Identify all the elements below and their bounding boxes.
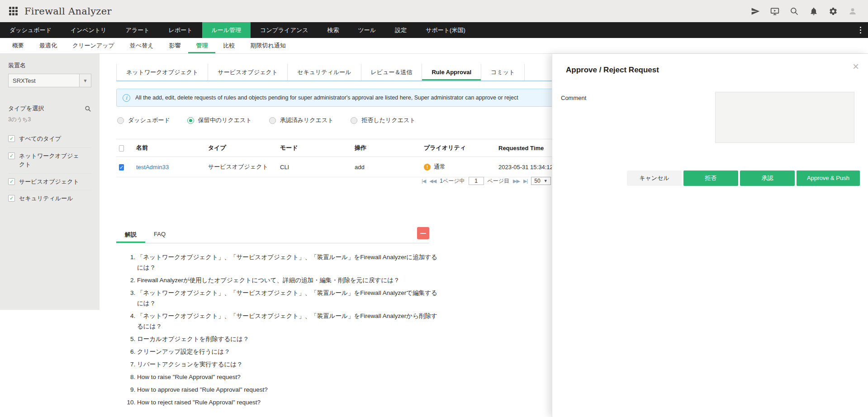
close-icon[interactable]: ×	[853, 61, 859, 72]
object-tabs: ネットワークオブジェクト サービスオブジェクト セキュリティルール レビュー＆送…	[116, 64, 614, 81]
comment-label: Comment	[561, 95, 586, 101]
radio-pending-requests[interactable]: 保留中のリクエスト	[187, 116, 252, 124]
chevron-down-icon: ▼	[544, 179, 548, 183]
subnav-item-impact[interactable]: 影響	[161, 38, 188, 53]
help-question[interactable]: 「ネットワークオブジェクト」、「サービスオブジェクト」、「装置ルール」をFire…	[137, 288, 437, 308]
nav-item-settings[interactable]: 設定	[385, 22, 416, 38]
approve-reject-panel: Approve / Reject Request × Comment キャンセル…	[552, 54, 868, 417]
prev-page-button[interactable]: ◀◀	[429, 178, 436, 184]
nav-item-rule-management[interactable]: ルール管理	[202, 22, 251, 38]
app-title: Firewall Analyzer	[24, 6, 112, 17]
page-size-select[interactable]: 50 ▼	[531, 177, 550, 185]
gear-icon[interactable]	[829, 7, 838, 16]
chevron-down-icon: ▼	[79, 74, 91, 87]
tab-review-submit[interactable]: レビュー＆送信	[361, 64, 422, 81]
radio-icon[interactable]	[117, 117, 124, 124]
priority-badge: ! 通常	[424, 163, 446, 171]
type-item-network-objects[interactable]: ✓ ネットワークオブジェクト	[8, 147, 91, 173]
device-select[interactable]: SRXTest ▼	[8, 74, 91, 87]
approve-button[interactable]: 承認	[740, 171, 795, 186]
checkbox-checked-icon[interactable]: ✓	[8, 135, 15, 142]
help-question[interactable]: 「ネットワークオブジェクト」、「サービスオブジェクト」、「装置ルール」をFire…	[137, 252, 437, 273]
nav-item-tools[interactable]: ツール	[349, 22, 386, 38]
row-checkbox-checked[interactable]: ✓	[119, 164, 124, 171]
help-tab-faq[interactable]: FAQ	[145, 227, 174, 243]
help-tab-explanation[interactable]: 解説	[116, 227, 145, 243]
type-search-icon[interactable]	[85, 105, 91, 112]
comment-textarea[interactable]	[715, 92, 854, 143]
help-question[interactable]: ローカルオブジェクトを削除するには？	[137, 334, 437, 344]
help-tabs: 解説 FAQ	[116, 227, 429, 243]
radio-icon[interactable]	[351, 117, 357, 124]
warning-icon: !	[424, 164, 431, 171]
reject-button[interactable]: 拒否	[683, 171, 738, 186]
pagination: |◀ ◀◀ 1ページ中 ページ目 ▶▶ ▶| 50 ▼	[422, 177, 551, 185]
checkbox-checked-icon[interactable]: ✓	[8, 178, 15, 185]
nav-item-alerts[interactable]: アラート	[116, 22, 159, 38]
last-page-button[interactable]: ▶|	[523, 178, 527, 184]
kebab-menu-icon[interactable]	[853, 22, 868, 38]
select-all-checkbox[interactable]: ✓	[119, 145, 124, 152]
radio-approved-requests[interactable]: 承認済みリクエスト	[269, 116, 334, 124]
collapse-help-button[interactable]	[417, 227, 429, 239]
help-question[interactable]: How to raise "Rule Approval" request?	[137, 372, 437, 382]
search-icon[interactable]	[790, 7, 799, 16]
sidebar: 装置名 SRXTest ▼ タイプを選択 3のうち3 ✓ すべてのタイプ ✓ ネ…	[0, 54, 100, 310]
help-question[interactable]: How to reject raised "Rule Approval" req…	[137, 397, 437, 408]
nav-item-support[interactable]: サポート(米国)	[416, 22, 475, 38]
bell-icon[interactable]	[809, 7, 818, 16]
help-question[interactable]: 「ネットワークオブジェクト」、「サービスオブジェクト」、「装置ルール」をFire…	[137, 311, 437, 332]
type-item-security-rules[interactable]: ✓ セキュリティルール	[8, 190, 91, 207]
subnav-item-cleanup[interactable]: クリーンアップ	[65, 38, 122, 53]
row-type: サービスオブジェクト	[205, 157, 277, 177]
radio-icon[interactable]	[269, 117, 276, 124]
subnav-item-overview[interactable]: 概要	[5, 38, 32, 53]
cancel-button[interactable]: キャンセル	[627, 171, 682, 186]
help-question[interactable]: How to approve raised "Rule Approval" re…	[137, 384, 437, 395]
approve-and-push-button[interactable]: Approve & Push	[797, 171, 860, 186]
help-question[interactable]: Firewall Analyzerが使用したオブジェクトについて、詳細の追加・編…	[137, 275, 437, 285]
user-icon[interactable]	[848, 7, 857, 16]
tab-service-objects[interactable]: サービスオブジェクト	[208, 64, 288, 81]
row-operation: add	[352, 157, 421, 177]
col-operation: 操作	[352, 139, 421, 157]
nav-item-search[interactable]: 検索	[318, 22, 349, 38]
subnav-item-optimization[interactable]: 最適化	[32, 38, 65, 53]
radio-selected-icon[interactable]	[187, 117, 194, 124]
help-question[interactable]: クリーンアップ設定を行うには？	[137, 346, 437, 357]
info-icon: i	[123, 94, 130, 102]
col-mode: モード	[277, 139, 352, 157]
page-number-input[interactable]	[469, 177, 484, 185]
radio-rejected-requests[interactable]: 拒否したリクエスト	[351, 116, 415, 124]
request-name-link[interactable]: testAdmin33	[136, 164, 169, 171]
screen-demo-icon[interactable]	[770, 7, 779, 16]
subnav-item-admin[interactable]: 管理	[188, 38, 215, 53]
nav-item-inventory[interactable]: インベントリ	[61, 22, 116, 38]
main-nav: ダッシュボード インベントリ アラート レポート ルール管理 コンプライアンス …	[0, 22, 868, 38]
apps-grid-icon[interactable]	[9, 7, 18, 15]
help-question[interactable]: リバートアクションを実行するには？	[137, 359, 437, 370]
col-name: 名前	[133, 139, 205, 157]
type-item-service-objects[interactable]: ✓ サービスオブジェクト	[8, 173, 91, 190]
subnav-item-expiry-notice[interactable]: 期限切れ通知	[242, 38, 293, 53]
tab-rule-approval[interactable]: Rule Approval	[422, 64, 481, 81]
panel-title: Approve / Reject Request	[566, 66, 659, 75]
subnav-item-compare[interactable]: 比較	[215, 38, 242, 53]
subnav-item-reorder[interactable]: 並べ替え	[122, 38, 161, 53]
nav-item-reports[interactable]: レポート	[159, 22, 202, 38]
checkbox-checked-icon[interactable]: ✓	[8, 152, 15, 159]
first-page-button[interactable]: |◀	[422, 178, 426, 184]
tab-security-rules[interactable]: セキュリティルール	[288, 64, 361, 81]
tab-commit[interactable]: コミット	[481, 64, 525, 81]
type-item-all[interactable]: ✓ すべてのタイプ	[8, 131, 91, 147]
nav-item-dashboard[interactable]: ダッシュボード	[0, 22, 61, 38]
tab-network-objects[interactable]: ネットワークオブジェクト	[116, 64, 208, 81]
send-icon[interactable]	[751, 7, 760, 16]
radio-dashboard[interactable]: ダッシュボード	[117, 116, 170, 124]
help-question-list: 「ネットワークオブジェクト」、「サービスオブジェクト」、「装置ルール」をFire…	[116, 252, 437, 408]
device-select-value: SRXTest	[9, 74, 79, 87]
next-page-button[interactable]: ▶▶	[513, 178, 520, 184]
device-name-label: 装置名	[8, 62, 91, 70]
nav-item-compliance[interactable]: コンプライアンス	[251, 22, 318, 38]
checkbox-checked-icon[interactable]: ✓	[8, 195, 15, 202]
